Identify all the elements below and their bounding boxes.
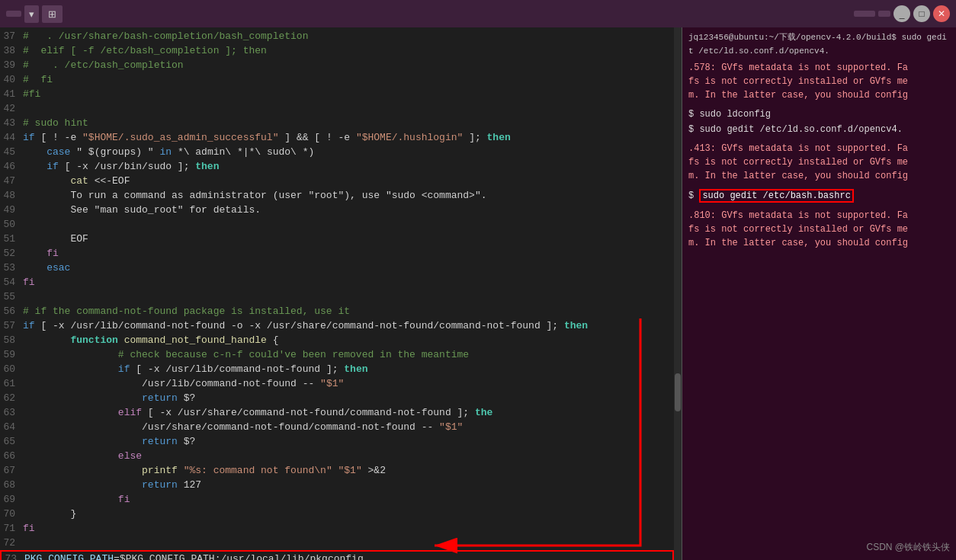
line-content: PKG_CONFIG_PATH=$PKG_CONFIG_PATH:/usr/lo… <box>24 552 672 560</box>
line-number: 57 <box>0 318 23 333</box>
terminal-error-line: fs is not correctly installed or GVfs me <box>688 222 950 236</box>
line-row: 51 EOF <box>0 232 674 246</box>
line-number: 62 <box>0 391 23 405</box>
line-row: 50 <box>0 217 674 232</box>
line-row: 41 #fi <box>0 87 674 101</box>
line-number: 51 <box>0 232 23 246</box>
line-content: cat <<-EOF <box>23 174 674 188</box>
line-number: 44 <box>0 130 23 145</box>
line-number: 70 <box>0 507 23 521</box>
terminal-pane: jq123456@ubuntu:~/下载/opencv-4.2.0/build$… <box>682 27 956 560</box>
toolbar-icon-button[interactable]: ⊞ <box>42 5 63 23</box>
terminal-line: $ sudo ldconfig <box>688 107 950 121</box>
line-content: See "man sudo_root" for details. <box>23 203 674 217</box>
line-row: 39 # . /etc/bash_completion <box>0 58 674 72</box>
line-content: /usr/lib/command-not-found -- "$1" <box>23 376 674 391</box>
line-row: 46 if [ -x /usr/bin/sudo ]; then <box>0 159 674 174</box>
line-number: 66 <box>0 449 23 463</box>
terminal-empty-line <box>688 183 950 187</box>
line-content: fi <box>23 492 674 507</box>
line-row: 69 fi <box>0 492 674 507</box>
line-row: 61 /usr/lib/command-not-found -- "$1" <box>0 376 674 391</box>
terminal-line: $ sudo gedit /etc/ld.so.conf.d/opencv4. <box>688 123 950 136</box>
line-content <box>23 217 674 232</box>
line-row: 65 return $? <box>0 434 674 449</box>
line-content: To run a command as administrator (user … <box>23 188 674 203</box>
line-content: if [ -x /usr/lib/command-not-found ]; th… <box>23 362 674 376</box>
line-row: 70 } <box>0 507 674 521</box>
line-content <box>23 290 674 304</box>
line-content: esac <box>23 261 674 275</box>
minimize-button[interactable]: _ <box>893 5 910 22</box>
line-number: 60 <box>0 362 23 376</box>
line-row: 48 To run a command as administrator (us… <box>0 188 674 203</box>
close-button[interactable]: ✕ <box>933 5 950 22</box>
highlighted-command: sudo gedit /etc/bash.bashrc <box>699 189 853 203</box>
dollar-sign: $ <box>688 190 699 201</box>
line-row: 38 # elif [ -f /etc/bash_completion ]; t… <box>0 43 674 58</box>
line-row: 59 # check because c-n-f could've been r… <box>0 347 674 362</box>
line-content: fi <box>23 275 674 290</box>
line-row: 56 # if the command-not-found package is… <box>0 304 674 318</box>
line-number: 73 <box>2 552 24 560</box>
line-number: 53 <box>0 261 23 275</box>
line-row: 62 return $? <box>0 391 674 405</box>
line-number: 68 <box>0 478 23 492</box>
menu-button[interactable] <box>878 11 890 17</box>
line-content: else <box>23 449 674 463</box>
line-number: 40 <box>0 72 23 87</box>
line-row: 71 fi <box>0 521 674 536</box>
line-content: case " $(groups) " in *\ admin\ *|*\ sud… <box>23 145 674 159</box>
line-row: 47 cat <<-EOF <box>0 174 674 188</box>
line-row: 64 /usr/share/command-not-found/command-… <box>0 420 674 434</box>
watermark: CSDN @铁岭铁头侠 <box>866 540 950 554</box>
line-content: return $? <box>23 391 674 405</box>
terminal-error-line: m. In the latter case, you should config <box>688 88 950 102</box>
line-content <box>23 536 674 550</box>
open-dropdown[interactable]: ▾ <box>24 5 39 23</box>
line-content: # elif [ -f /etc/bash_completion ]; then <box>23 43 674 58</box>
line-number: 45 <box>0 145 23 159</box>
line-row: 52 fi <box>0 246 674 261</box>
line-content: # sudo hint <box>23 116 674 130</box>
line-content: EOF <box>23 232 674 246</box>
maximize-button[interactable]: □ <box>913 5 930 22</box>
line-number: 52 <box>0 246 23 261</box>
line-row: 44 if [ ! -e "$HOME/.sudo_as_admin_succe… <box>0 130 674 145</box>
open-button[interactable] <box>6 11 21 17</box>
line-content: return 127 <box>23 478 674 492</box>
save-button[interactable] <box>854 11 875 17</box>
line-content: return $? <box>23 434 674 449</box>
line-row: 68 return 127 <box>0 478 674 492</box>
line-content: # . /etc/bash_completion <box>23 58 674 72</box>
terminal-error-line: fs is not correctly installed or GVfs me <box>688 75 950 88</box>
line-content: printf "%s: command not found\n" "$1" >&… <box>23 463 674 478</box>
line-content: } <box>23 507 674 521</box>
line-number: 58 <box>0 333 23 347</box>
editor-pane: 37 # . /usr/share/bash-completion/bash_c… <box>0 27 682 560</box>
titlebar-right: _ □ ✕ <box>854 5 950 22</box>
main-area: 37 # . /usr/share/bash-completion/bash_c… <box>0 27 956 560</box>
line-content: fi <box>23 246 674 261</box>
line-row: 73 PKG_CONFIG_PATH=$PKG_CONFIG_PATH:/usr… <box>0 550 674 560</box>
titlebar: ▾ ⊞ _ □ ✕ <box>0 0 956 27</box>
line-content: function command_not_found_handle { <box>23 333 674 347</box>
terminal-error-line: .810: GVfs metadata is not supported. Fa <box>688 209 950 222</box>
line-number: 54 <box>0 275 23 290</box>
terminal-error-line: .578: GVfs metadata is not supported. Fa <box>688 61 950 75</box>
terminal-topbar: jq123456@ubuntu:~/下载/opencv-4.2.0/build$… <box>688 30 950 58</box>
line-number: 50 <box>0 217 23 232</box>
line-content: elif [ -x /usr/share/command-not-found/c… <box>23 405 674 420</box>
line-number: 67 <box>0 463 23 478</box>
line-number: 49 <box>0 203 23 217</box>
titlebar-left: ▾ ⊞ <box>6 5 63 23</box>
terminal-prompt: $ <box>688 124 699 135</box>
terminal-line: $ sudo gedit /etc/bash.bashrc <box>688 189 950 203</box>
line-number: 71 <box>0 521 23 536</box>
line-number: 59 <box>0 347 23 362</box>
line-row: 37 # . /usr/share/bash-completion/bash_c… <box>0 29 674 43</box>
line-number: 48 <box>0 188 23 203</box>
line-number: 72 <box>0 536 23 550</box>
line-content <box>23 101 674 116</box>
line-row: 54 fi <box>0 275 674 290</box>
